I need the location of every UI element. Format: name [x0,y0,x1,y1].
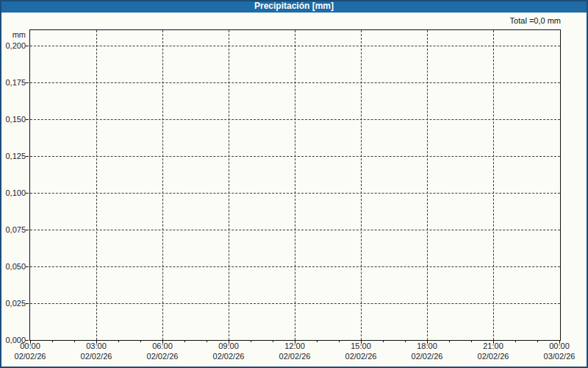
y-axis-tick-label: 0,175 [0,77,26,88]
plot-area[interactable] [29,29,561,341]
gridline-vertical [229,30,229,340]
y-axis-unit-label: mm [0,29,26,40]
x-axis-minor-tick [74,340,75,342]
x-axis-minor-tick [405,340,406,342]
y-axis-tick [26,303,29,304]
x-axis-date-label: 02/02/26 [466,352,520,361]
x-axis-minor-tick [383,340,384,342]
x-axis-date-label: 02/02/26 [69,352,123,361]
y-axis-tick-label: 0,075 [0,224,26,235]
y-axis-tick [26,230,29,230]
x-axis-major-tick [361,340,362,344]
y-axis-tick [26,340,29,341]
x-axis-minor-tick [471,340,472,342]
title-bar: Precipitación [mm] [0,0,588,13]
x-axis-major-tick [427,340,428,344]
x-axis-minor-tick [251,340,251,342]
y-axis-tick-label: 0,150 [0,114,26,124]
x-axis-date-label: 02/02/26 [334,352,388,361]
y-axis-tick [26,193,29,194]
gridline-vertical [361,30,362,340]
x-axis-date-label: 02/02/26 [3,352,57,361]
y-axis-tick [26,156,29,157]
x-axis-minor-tick [118,340,119,342]
plot-grid [30,30,560,340]
gridline-vertical [295,30,295,340]
x-axis-date-label: 02/02/26 [268,352,322,361]
y-axis-tick-label: 0,050 [0,261,26,272]
y-axis-tick [26,82,29,83]
x-axis-minor-tick [317,340,318,342]
x-axis-major-tick [493,340,494,344]
y-axis-tick-label: 0,125 [0,151,26,161]
x-axis-minor-tick [52,340,53,342]
x-axis-major-tick [30,340,31,344]
y-axis-tick-label: 0,100 [0,188,26,198]
x-axis-date-label: 03/02/26 [532,352,587,361]
x-axis-date-label: 02/02/26 [400,352,454,361]
x-axis-minor-tick [339,340,340,342]
x-axis-major-tick [162,340,163,344]
gridline-vertical [427,30,428,340]
y-axis-tick-label: 0,200 [0,40,26,51]
x-axis-major-tick [229,340,229,344]
x-axis-minor-tick [207,340,207,342]
x-axis-minor-tick [515,340,516,342]
x-axis-minor-tick [140,340,141,342]
x-axis-major-tick [295,340,295,344]
gridline-vertical [96,30,97,340]
y-axis-tick [26,266,29,267]
chart-title: Precipitación [mm] [254,0,334,13]
x-axis-major-tick [559,340,560,344]
y-axis-tick [26,46,29,46]
x-axis-major-tick [96,340,97,344]
y-axis-tick [26,119,29,120]
x-axis-date-label: 02/02/26 [135,352,190,361]
gridline-vertical [162,30,163,340]
chart-panel: Precipitación [mm] Total =0,0 mm mm 0,20… [0,0,588,368]
y-axis-tick-label: 0,025 [0,298,26,308]
total-value-label: Total =0,0 mm [368,16,561,25]
x-axis-minor-tick [184,340,185,342]
gridline-vertical [493,30,494,340]
x-axis-date-label: 02/02/26 [201,352,256,361]
x-axis-minor-tick [273,340,273,342]
x-axis-minor-tick [537,340,538,342]
x-axis-minor-tick [449,340,450,342]
